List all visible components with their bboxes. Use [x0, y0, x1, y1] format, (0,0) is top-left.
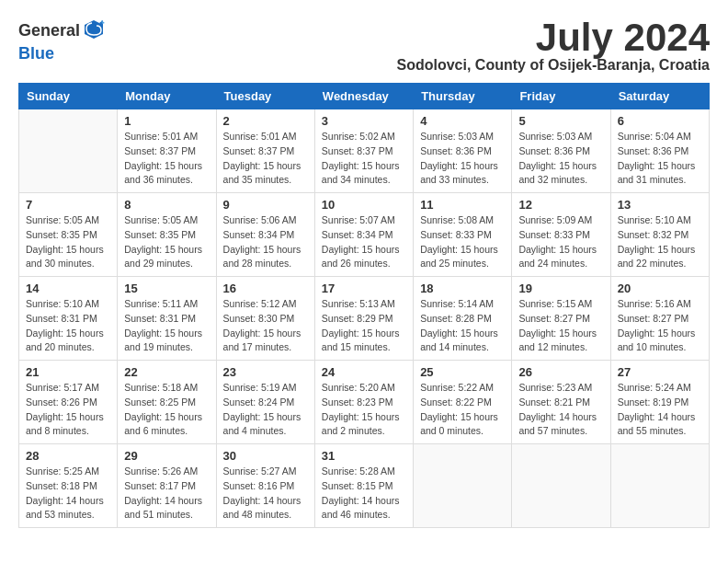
day-info: Sunrise: 5:24 AMSunset: 8:19 PMDaylight:…	[618, 381, 702, 439]
day-of-week-header: Friday	[512, 84, 610, 109]
day-number: 16	[223, 282, 308, 295]
calendar-week-row: 21Sunrise: 5:17 AMSunset: 8:26 PMDayligh…	[19, 361, 710, 444]
day-info: Sunrise: 5:02 AMSunset: 8:37 PMDaylight:…	[322, 130, 406, 188]
calendar-cell: 14Sunrise: 5:10 AMSunset: 8:31 PMDayligh…	[19, 277, 118, 361]
calendar-cell: 5Sunrise: 5:03 AMSunset: 8:36 PMDaylight…	[512, 109, 610, 193]
day-info: Sunrise: 5:07 AMSunset: 8:34 PMDaylight:…	[322, 213, 406, 271]
calendar-cell	[512, 444, 610, 528]
calendar-cell: 8Sunrise: 5:05 AMSunset: 8:35 PMDaylight…	[118, 193, 216, 277]
calendar-week-row: 14Sunrise: 5:10 AMSunset: 8:31 PMDayligh…	[19, 277, 710, 361]
day-number: 13	[618, 198, 702, 212]
day-info: Sunrise: 5:09 AMSunset: 8:33 PMDaylight:…	[518, 213, 603, 271]
logo: General Blue	[18, 18, 106, 63]
day-info: Sunrise: 5:08 AMSunset: 8:33 PMDaylight:…	[420, 213, 505, 271]
calendar-cell: 28Sunrise: 5:25 AMSunset: 8:18 PMDayligh…	[19, 444, 118, 528]
day-of-week-header: Wednesday	[314, 84, 413, 109]
day-info: Sunrise: 5:28 AMSunset: 8:15 PMDaylight:…	[322, 465, 406, 523]
logo-icon	[83, 18, 105, 40]
calendar-cell: 11Sunrise: 5:08 AMSunset: 8:33 PMDayligh…	[414, 193, 512, 277]
day-number: 4	[420, 114, 505, 128]
day-number: 10	[322, 198, 406, 212]
day-of-week-header: Monday	[118, 84, 216, 109]
calendar-cell: 7Sunrise: 5:05 AMSunset: 8:35 PMDaylight…	[19, 193, 118, 277]
calendar-cell: 4Sunrise: 5:03 AMSunset: 8:36 PMDaylight…	[414, 109, 512, 193]
calendar-cell: 9Sunrise: 5:06 AMSunset: 8:34 PMDaylight…	[216, 193, 314, 277]
calendar-cell: 21Sunrise: 5:17 AMSunset: 8:26 PMDayligh…	[19, 361, 118, 444]
location-title: Sodolovci, County of Osijek-Baranja, Cro…	[396, 57, 710, 74]
calendar-cell: 1Sunrise: 5:01 AMSunset: 8:37 PMDaylight…	[118, 109, 216, 193]
day-number: 29	[124, 449, 209, 463]
calendar-cell: 22Sunrise: 5:18 AMSunset: 8:25 PMDayligh…	[118, 361, 216, 444]
calendar-cell: 27Sunrise: 5:24 AMSunset: 8:19 PMDayligh…	[610, 361, 709, 444]
day-of-week-header: Tuesday	[216, 84, 314, 109]
day-number: 30	[223, 449, 308, 463]
month-title: July 2024	[396, 18, 710, 57]
day-number: 27	[618, 365, 702, 379]
calendar-week-row: 7Sunrise: 5:05 AMSunset: 8:35 PMDaylight…	[19, 193, 710, 277]
calendar-cell: 25Sunrise: 5:22 AMSunset: 8:22 PMDayligh…	[414, 361, 512, 444]
calendar-cell: 29Sunrise: 5:26 AMSunset: 8:17 PMDayligh…	[118, 444, 216, 528]
day-info: Sunrise: 5:22 AMSunset: 8:22 PMDaylight:…	[420, 381, 505, 439]
calendar-week-row: 1Sunrise: 5:01 AMSunset: 8:37 PMDaylight…	[19, 109, 710, 193]
day-number: 28	[26, 449, 110, 463]
calendar-cell: 15Sunrise: 5:11 AMSunset: 8:31 PMDayligh…	[118, 277, 216, 361]
calendar-week-row: 28Sunrise: 5:25 AMSunset: 8:18 PMDayligh…	[19, 444, 710, 528]
day-info: Sunrise: 5:11 AMSunset: 8:31 PMDaylight:…	[124, 297, 209, 355]
day-info: Sunrise: 5:20 AMSunset: 8:23 PMDaylight:…	[322, 381, 406, 439]
calendar-cell	[19, 109, 118, 193]
day-number: 6	[618, 114, 702, 128]
calendar-cell: 10Sunrise: 5:07 AMSunset: 8:34 PMDayligh…	[314, 193, 413, 277]
day-number: 20	[618, 282, 702, 295]
logo-general: General	[18, 21, 80, 40]
day-info: Sunrise: 5:03 AMSunset: 8:36 PMDaylight:…	[420, 130, 505, 188]
calendar-cell	[414, 444, 512, 528]
calendar-cell: 18Sunrise: 5:14 AMSunset: 8:28 PMDayligh…	[414, 277, 512, 361]
day-info: Sunrise: 5:26 AMSunset: 8:17 PMDaylight:…	[124, 465, 209, 523]
day-info: Sunrise: 5:10 AMSunset: 8:31 PMDaylight:…	[26, 297, 110, 355]
day-info: Sunrise: 5:15 AMSunset: 8:27 PMDaylight:…	[518, 297, 603, 355]
calendar-cell: 12Sunrise: 5:09 AMSunset: 8:33 PMDayligh…	[512, 193, 610, 277]
calendar-cell: 30Sunrise: 5:27 AMSunset: 8:16 PMDayligh…	[216, 444, 314, 528]
day-info: Sunrise: 5:25 AMSunset: 8:18 PMDaylight:…	[26, 465, 110, 523]
day-number: 14	[26, 282, 110, 295]
day-info: Sunrise: 5:23 AMSunset: 8:21 PMDaylight:…	[518, 381, 603, 439]
day-info: Sunrise: 5:18 AMSunset: 8:25 PMDaylight:…	[124, 381, 209, 439]
calendar-cell: 19Sunrise: 5:15 AMSunset: 8:27 PMDayligh…	[512, 277, 610, 361]
day-info: Sunrise: 5:01 AMSunset: 8:37 PMDaylight:…	[124, 130, 209, 188]
day-number: 17	[322, 282, 406, 295]
day-number: 26	[518, 365, 603, 379]
day-info: Sunrise: 5:03 AMSunset: 8:36 PMDaylight:…	[518, 130, 603, 188]
logo-blue: Blue	[18, 44, 54, 63]
day-info: Sunrise: 5:27 AMSunset: 8:16 PMDaylight:…	[223, 465, 308, 523]
day-number: 9	[223, 198, 308, 212]
calendar-cell: 23Sunrise: 5:19 AMSunset: 8:24 PMDayligh…	[216, 361, 314, 444]
title-area: July 2024 Sodolovci, County of Osijek-Ba…	[396, 18, 710, 74]
calendar: SundayMondayTuesdayWednesdayThursdayFrid…	[18, 83, 710, 528]
day-number: 15	[124, 282, 209, 295]
day-number: 1	[124, 114, 209, 128]
calendar-cell: 16Sunrise: 5:12 AMSunset: 8:30 PMDayligh…	[216, 277, 314, 361]
day-number: 25	[420, 365, 505, 379]
day-number: 3	[322, 114, 406, 128]
day-of-week-header: Saturday	[610, 84, 709, 109]
day-number: 19	[518, 282, 603, 295]
day-number: 11	[420, 198, 505, 212]
day-number: 22	[124, 365, 209, 379]
day-info: Sunrise: 5:13 AMSunset: 8:29 PMDaylight:…	[322, 297, 406, 355]
calendar-cell	[610, 444, 709, 528]
calendar-cell: 31Sunrise: 5:28 AMSunset: 8:15 PMDayligh…	[314, 444, 413, 528]
day-number: 8	[124, 198, 209, 212]
day-info: Sunrise: 5:04 AMSunset: 8:36 PMDaylight:…	[618, 130, 702, 188]
day-number: 12	[518, 198, 603, 212]
day-info: Sunrise: 5:14 AMSunset: 8:28 PMDaylight:…	[420, 297, 505, 355]
day-number: 21	[26, 365, 110, 379]
header: General Blue July 2024 Sodolovci, County…	[18, 18, 710, 74]
day-info: Sunrise: 5:19 AMSunset: 8:24 PMDaylight:…	[223, 381, 308, 439]
day-info: Sunrise: 5:05 AMSunset: 8:35 PMDaylight:…	[26, 213, 110, 271]
day-number: 2	[223, 114, 308, 128]
calendar-cell: 6Sunrise: 5:04 AMSunset: 8:36 PMDaylight…	[610, 109, 709, 193]
calendar-cell: 24Sunrise: 5:20 AMSunset: 8:23 PMDayligh…	[314, 361, 413, 444]
day-info: Sunrise: 5:06 AMSunset: 8:34 PMDaylight:…	[223, 213, 308, 271]
day-info: Sunrise: 5:16 AMSunset: 8:27 PMDaylight:…	[618, 297, 702, 355]
day-of-week-header: Thursday	[414, 84, 512, 109]
